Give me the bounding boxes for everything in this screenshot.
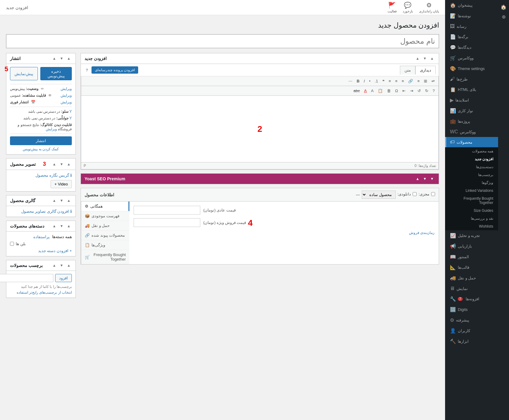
tab-inventory[interactable]: فهرست موجودی 📦 bbox=[81, 211, 129, 221]
sidebar-item-addons[interactable]: افزونه‌ها 7 🔧 bbox=[445, 294, 498, 304]
toolbar-undo[interactable]: ↺ bbox=[416, 87, 423, 94]
toolbar-blockquote[interactable]: ❝ bbox=[381, 78, 386, 85]
top-bar-activity[interactable]: 🚩 فعالیت bbox=[388, 2, 397, 13]
tab-general[interactable]: همگانی ⚙ bbox=[81, 202, 129, 211]
save-draft-btn[interactable]: ذخیره پیش‌نویس bbox=[40, 67, 72, 80]
sidebar-item-media[interactable]: رسانه 🖼 bbox=[445, 21, 498, 32]
img-collapse[interactable]: ▲ bbox=[66, 162, 72, 167]
publish-metabox-header[interactable]: ▲ ▼ ▲ انتشار bbox=[6, 53, 75, 64]
toolbar-list[interactable]: • bbox=[367, 78, 372, 85]
add-cat-link[interactable]: + افزودن دسته جدید bbox=[38, 248, 72, 253]
submenu-linked-variations[interactable]: Linked Variations bbox=[445, 187, 498, 195]
sidebar-item-users[interactable]: کاربران 👤 bbox=[445, 325, 498, 336]
submenu-all-products[interactable]: همه محصولات bbox=[445, 147, 498, 155]
tag-input[interactable] bbox=[0, 274, 53, 282]
tags-header[interactable]: ▲ ▼ ▲ برچسب محصولات bbox=[6, 260, 75, 271]
toggle-btn[interactable]: ▲ bbox=[414, 56, 421, 61]
product-name-input[interactable] bbox=[6, 34, 439, 48]
submenu-size-guides[interactable]: Size Guides bbox=[445, 207, 498, 215]
virtual-checkbox[interactable] bbox=[431, 192, 435, 196]
img-toggle[interactable]: ▲ bbox=[51, 162, 57, 167]
gallery-expand[interactable]: ▼ bbox=[58, 198, 65, 203]
gallery-header[interactable]: ▲ ▼ ▲ گالری محصول bbox=[6, 195, 75, 206]
description-metabox-header[interactable]: ▲ ▼ ▲ افزودن جدید bbox=[81, 53, 439, 64]
choose-tags-link[interactable]: انتخاب از برچسب‌های رایج‌تر استفاده bbox=[17, 290, 72, 295]
toolbar-strikethrough[interactable]: abc bbox=[352, 87, 362, 94]
top-bar-setup[interactable]: ⚙ پایان راه‌اندازی bbox=[419, 2, 439, 13]
collapse-btn[interactable]: ▲ bbox=[429, 56, 435, 61]
sidebar-item-comments[interactable]: دیدگاه‌ها 💬 bbox=[445, 42, 498, 53]
submenu-reviews[interactable]: نقد و بررسی‌ها bbox=[445, 215, 498, 222]
toolbar-ul[interactable]: ≡ bbox=[415, 78, 421, 85]
expand-btn[interactable]: ▼ bbox=[422, 56, 428, 61]
submenu-frequently-bought[interactable]: Frequently Bought Together bbox=[445, 195, 498, 207]
toolbar-table[interactable]: ⊞ bbox=[422, 78, 429, 85]
sidebar-item-templates[interactable]: قالب‌ها 📐 bbox=[445, 262, 498, 273]
tags-expand[interactable]: ▼ bbox=[58, 263, 65, 268]
toolbar-special-char[interactable]: Ω bbox=[393, 87, 400, 94]
tab-visual[interactable]: دیداری bbox=[415, 66, 436, 75]
sidebar-item-home[interactable]: پیشخوان 🏠 bbox=[445, 0, 498, 11]
toolbar-paste[interactable]: 📋 bbox=[376, 87, 384, 94]
catalog-search-link[interactable]: ویرایش bbox=[46, 127, 57, 131]
toolbar-clear[interactable]: 🗑 bbox=[385, 87, 393, 94]
toolbar-outdent[interactable]: ⇤ bbox=[401, 87, 408, 94]
tab-attributes[interactable]: ویژگی‌ها 📋 bbox=[81, 240, 129, 250]
toolbar-align-left[interactable]: ≡ bbox=[387, 78, 393, 85]
sidebar-item-products[interactable]: محصولات 🏷 bbox=[445, 137, 498, 147]
sidebar-item-mentor[interactable]: المنتور 📖 bbox=[445, 252, 498, 262]
toolbar-bg-color[interactable]: A bbox=[362, 87, 369, 94]
toolbar-align-center[interactable]: ≡ bbox=[393, 78, 399, 85]
publish-collapse[interactable]: ▲ bbox=[66, 56, 72, 61]
yoast-header[interactable]: ▼ ▼ ▲ Yoast SEO Premium bbox=[81, 174, 439, 184]
add-media-btn[interactable]: افزودن پرونده چندرسانه‌ای bbox=[91, 66, 138, 74]
sidebar-item-html[interactable]: بلای HTML 📋 bbox=[445, 84, 498, 95]
date-link[interactable]: ویرایش bbox=[61, 100, 72, 104]
product-type-select[interactable]: محصول ساده bbox=[362, 191, 396, 199]
submenu-categories[interactable]: دسته‌بندی‌ها bbox=[445, 163, 498, 171]
video-btn[interactable]: Video + bbox=[51, 180, 72, 188]
sidebar-item-woo2[interactable]: ووکامرس WC bbox=[445, 127, 498, 137]
tab-text[interactable]: متن bbox=[400, 66, 415, 75]
add-gallery-link[interactable]: ℹ افزودن گالری تصاویر محصول bbox=[21, 209, 72, 214]
wp-icon[interactable]: ⊕ bbox=[499, 12, 508, 21]
sale-price-input[interactable] bbox=[134, 218, 200, 227]
sidebar-item-advanced[interactable]: پیشرفته ⚙ bbox=[445, 315, 498, 325]
cat-collapse[interactable]: ▲ bbox=[66, 223, 72, 229]
submenu-tags[interactable]: برچسب‌ها bbox=[445, 171, 498, 179]
add-tag-btn[interactable]: افزود bbox=[55, 274, 72, 282]
toolbar-help2[interactable]: ? bbox=[431, 87, 437, 94]
yoast-toggle[interactable]: ▲ bbox=[414, 176, 421, 182]
toolbar-ol[interactable]: 1. bbox=[373, 78, 380, 85]
set-image-link[interactable]: ℹ گریس نگاره محصول bbox=[10, 173, 72, 178]
regular-price-input[interactable] bbox=[134, 206, 200, 215]
cat-expand[interactable]: ▼ bbox=[58, 223, 65, 229]
tags-collapse[interactable]: ▲ bbox=[66, 263, 72, 268]
submenu-add-new[interactable]: افزودن جدید bbox=[445, 155, 498, 163]
sidebar-item-themes[interactable]: طرح‌ها 🖌 bbox=[445, 74, 498, 84]
toolbar-rtl[interactable]: ⇌ bbox=[430, 78, 437, 85]
toolbar-redo[interactable]: ↻ bbox=[423, 87, 430, 94]
categories-header[interactable]: ▲ ▼ ▲ دسته‌های محصولات bbox=[6, 221, 75, 232]
help-btn[interactable]: ? bbox=[84, 67, 90, 74]
toolbar-align-right[interactable]: ≡ bbox=[400, 78, 406, 85]
publish-toggle[interactable]: ▲ bbox=[51, 56, 57, 61]
toolbar-more[interactable]: ⋯ bbox=[347, 78, 354, 85]
preview-btn[interactable]: پیش‌نمایش bbox=[10, 67, 38, 80]
submenu-wishlists[interactable]: Wishlists bbox=[445, 222, 498, 230]
tab-linked[interactable]: محصولات پیوند شده 🔗 bbox=[81, 231, 129, 240]
gallery-collapse[interactable]: ▲ bbox=[66, 198, 72, 203]
publish-expand[interactable]: ▼ bbox=[58, 56, 65, 61]
sidebar-item-display[interactable]: نمایش 🖥 bbox=[445, 283, 498, 294]
tags-toggle[interactable]: ▲ bbox=[51, 263, 57, 268]
sidebar-item-portfolio[interactable]: پروژه‌ها 💼 bbox=[445, 116, 498, 127]
sidebar-item-analytics[interactable]: تجربه و تحلیل 📈 bbox=[445, 230, 498, 241]
toolbar-bold[interactable]: B bbox=[355, 78, 361, 85]
yoast-collapse[interactable]: ▼ bbox=[429, 176, 435, 182]
toolbar-link[interactable]: 🔗 bbox=[406, 78, 415, 85]
downloadable-checkbox[interactable] bbox=[413, 192, 417, 196]
toolbar-italic[interactable]: I bbox=[362, 78, 367, 85]
toolbar-indent[interactable]: ⇥ bbox=[408, 87, 415, 94]
submenu-attributes[interactable]: ویژگو‌ها bbox=[445, 179, 498, 187]
sidebar-item-digits[interactable]: Digits 🔢 bbox=[445, 304, 498, 315]
